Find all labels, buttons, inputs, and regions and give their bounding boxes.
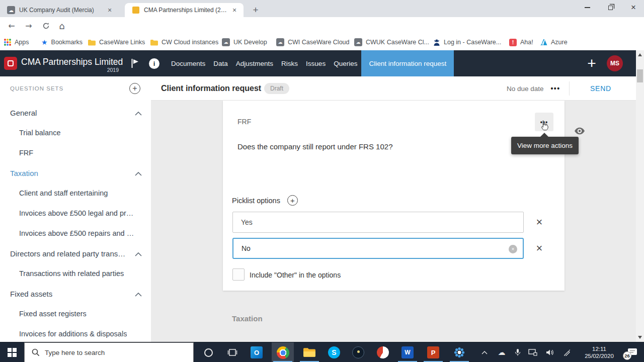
bookmark-uk-develop[interactable]: ☁UK Develop — [222, 34, 267, 50]
bookmark-bookmarks[interactable]: ★Bookmarks — [41, 34, 83, 50]
chevron-up-icon[interactable] — [135, 169, 142, 177]
browser-scrollbar[interactable] — [636, 50, 644, 342]
sidebar-item-transactions-related-parties[interactable]: Transactions with related parties — [0, 263, 151, 284]
add-option-icon[interactable]: + — [287, 195, 298, 206]
sidebar-section-fixed-assets[interactable]: Fixed assets — [0, 284, 151, 304]
delete-option-icon[interactable]: × — [533, 216, 546, 229]
include-other-label: Include "Other" in the options — [250, 271, 341, 279]
bookmark-azure[interactable]: Azure — [540, 34, 568, 50]
taskbar-clock[interactable]: 12:11 25/02/2020 — [577, 342, 622, 362]
page-header: QUESTION SETS + Client information reque… — [0, 76, 636, 101]
flag-icon[interactable] — [131, 58, 139, 70]
question-set-label: FRF — [237, 118, 251, 126]
chrome-icon — [277, 346, 289, 359]
sidebar-item-trial-balance[interactable]: Trial balance — [0, 123, 151, 143]
sidebar-item-invoices-additions-disposals[interactable]: Invoices for additions & disposals — [0, 324, 151, 344]
apps-shortcut[interactable]: Apps — [4, 34, 29, 50]
nav-queries[interactable]: Queries — [330, 50, 361, 76]
sidebar-item-client-staff-entertaining[interactable]: Client and staff entertaining — [0, 183, 151, 203]
info-icon[interactable]: i — [149, 58, 159, 69]
chevron-up-icon — [481, 351, 488, 354]
more-options-icon[interactable]: ••• — [547, 76, 564, 101]
taskbar-snagit[interactable] — [372, 342, 394, 362]
window-minimize-button[interactable] — [578, 0, 597, 15]
sidebar-item-invoices-repairs[interactable]: Invoices above £500 repairs and maint... — [0, 223, 151, 243]
taskbar-search-box[interactable]: Type here to search — [24, 342, 194, 362]
option-input-no-focused[interactable]: No × — [232, 238, 524, 259]
option-input-yes[interactable]: Yes — [232, 212, 524, 233]
eye-preview-icon[interactable] — [574, 127, 585, 137]
sidebar-item-frf[interactable]: FRF — [0, 143, 151, 163]
bookmark-cwuk-caseware-cloud[interactable]: ☁CWUK CaseWare Cl... — [354, 34, 429, 50]
tray-chevron-up[interactable] — [478, 342, 491, 362]
action-center-button[interactable]: 26 — [622, 342, 643, 362]
sidebar-section-taxation[interactable]: Taxation — [0, 163, 151, 183]
section-label: Fixed assets — [10, 290, 52, 298]
scroll-down-icon[interactable] — [638, 336, 642, 339]
taskbar-skype[interactable]: S — [323, 342, 345, 362]
chevron-up-icon[interactable] — [135, 249, 142, 258]
chevron-up-icon[interactable] — [135, 290, 142, 298]
sidebar-item-fixed-asset-registers[interactable]: Fixed asset registers — [0, 304, 151, 324]
pen-icon[interactable] — [560, 342, 574, 362]
user-avatar[interactable]: MS — [607, 55, 623, 71]
nav-documents[interactable]: Documents — [167, 50, 209, 76]
browser-tab-inactive[interactable]: ☁ UK Company Audit (Mercia) × — [7, 3, 122, 17]
picklist-options-label: Picklist options — [232, 197, 280, 205]
taskbar-file-explorer[interactable] — [298, 342, 320, 362]
network-icon[interactable] — [525, 342, 540, 362]
home-icon[interactable]: ⌂ — [54, 17, 69, 34]
entity-name[interactable]: CMA Partnerships Limited — [21, 57, 123, 67]
browser-tab-active[interactable]: CMA Partnerships Limited (2019) × — [125, 3, 244, 17]
back-icon[interactable]: ← — [4, 17, 19, 34]
tab-close-icon[interactable]: × — [106, 6, 114, 14]
send-button[interactable]: SEND — [582, 76, 620, 101]
bookmark-cw-cloud-instances[interactable]: CW Cloud instances — [150, 34, 218, 50]
due-date-label[interactable]: No due date — [507, 76, 544, 101]
tab-close-icon[interactable]: × — [230, 6, 238, 14]
task-view-button[interactable] — [221, 342, 244, 362]
taskbar-app-dark[interactable] — [347, 342, 369, 362]
scrollbar-thumb[interactable] — [637, 69, 643, 82]
item-label: Trial balance — [19, 129, 60, 137]
chevron-up-icon[interactable] — [135, 109, 142, 117]
question-text[interactable]: Does the company still report under FRS … — [237, 142, 393, 151]
screen: ☁ UK Company Audit (Mercia) × CMA Partne… — [0, 0, 644, 362]
window-close-button[interactable]: × — [624, 0, 643, 15]
nav-issues[interactable]: Issues — [302, 50, 330, 76]
speaker-icon[interactable] — [542, 342, 557, 362]
cortana-button[interactable] — [197, 342, 219, 362]
nav-risks[interactable]: Risks — [277, 50, 302, 76]
nav-client-information-request[interactable]: Client information request — [361, 50, 454, 76]
add-icon[interactable]: + — [583, 50, 601, 76]
start-button[interactable] — [0, 342, 24, 362]
include-other-checkbox[interactable] — [232, 268, 245, 281]
microphone-icon[interactable] — [511, 342, 524, 362]
bookmark-cwi-caseware-cloud[interactable]: ☁CWI CaseWare Cloud — [276, 34, 350, 50]
taskbar-outlook[interactable]: O — [246, 342, 268, 362]
window-restore-button[interactable] — [601, 0, 620, 15]
caseware-app-logo[interactable] — [4, 57, 17, 70]
scroll-up-icon[interactable] — [638, 53, 642, 56]
clear-input-icon[interactable]: × — [509, 245, 517, 253]
nav-data[interactable]: Data — [209, 50, 232, 76]
sidebar-item-invoices-legal[interactable]: Invoices above £500 legal and professi..… — [0, 203, 151, 223]
taskbar-word[interactable]: W — [396, 342, 419, 362]
sidebar-section-directors-related-party[interactable]: Directors and related party transac... — [0, 243, 151, 263]
taskbar-caseware-app[interactable] — [448, 342, 470, 362]
sidebar-section-general[interactable]: General — [0, 103, 151, 123]
taskbar-chrome-active[interactable] — [272, 342, 294, 362]
forward-icon[interactable]: → — [21, 17, 36, 34]
app-favicon — [132, 6, 140, 14]
reload-icon[interactable] — [38, 17, 53, 34]
nav-adjustments[interactable]: Adjustments — [232, 50, 277, 76]
bookmark-caseware-links[interactable]: CaseWare Links — [88, 34, 145, 50]
new-tab-button[interactable]: + — [249, 3, 263, 17]
taskbar-powerpoint[interactable]: P — [422, 342, 444, 362]
header-divider — [569, 81, 570, 96]
onedrive-cloud-icon[interactable]: ☁ — [494, 342, 509, 362]
add-question-set-icon[interactable]: + — [129, 83, 140, 94]
bookmark-aha[interactable]: !Aha! — [509, 34, 533, 50]
delete-option-icon[interactable]: × — [533, 242, 546, 255]
bookmark-login-caseware[interactable]: Log in - CaseWare... — [433, 34, 501, 50]
